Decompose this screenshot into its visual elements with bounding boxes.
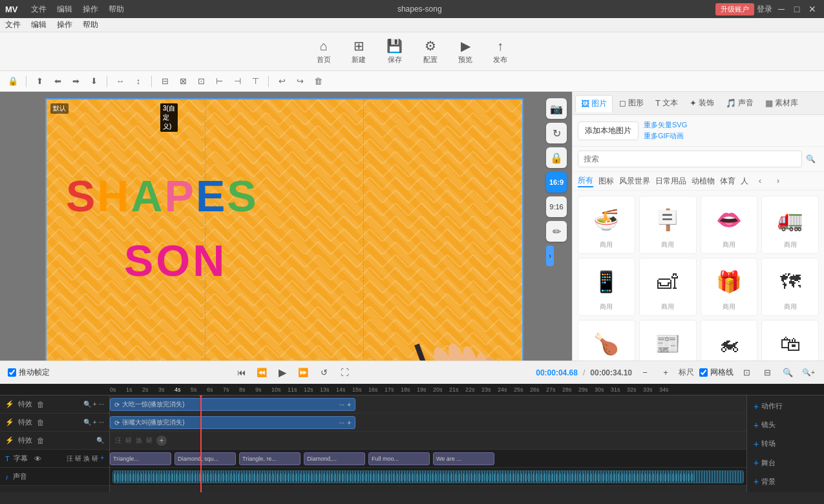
effect-3-delete[interactable]: 🗑 xyxy=(36,436,45,445)
zoom-actual-btn[interactable]: ⊟ xyxy=(759,365,775,381)
cat-nature[interactable]: 动植物 xyxy=(692,176,715,187)
lock-canvas-btn[interactable]: 🔒 xyxy=(546,147,567,168)
transport-step-back[interactable]: ⏪ xyxy=(254,365,269,381)
cat-people[interactable]: 人 xyxy=(741,176,748,187)
transport-skip-back[interactable]: ⏮ xyxy=(233,365,249,381)
subtitle-eye-btn[interactable]: 👁 xyxy=(34,455,41,463)
menu-edit[interactable]: 编辑 xyxy=(57,4,72,15)
effect-2-more[interactable]: ··· xyxy=(99,419,104,426)
group[interactable]: ⊡ xyxy=(193,74,209,89)
align-left[interactable]: ⬅ xyxy=(50,74,65,89)
effect-1-more[interactable]: ··· xyxy=(99,401,104,408)
toolbar-save[interactable]: 💾 保存 xyxy=(386,38,403,65)
transport-fullscreen[interactable]: ⛶ xyxy=(337,365,352,381)
tab-decor[interactable]: ✦ 装饰 xyxy=(684,95,719,111)
zoom-plus[interactable]: + xyxy=(658,365,673,381)
distribute-v[interactable]: ⊠ xyxy=(175,74,191,89)
cat-sports[interactable]: 体育 xyxy=(720,176,735,187)
sub-add-btn[interactable]: + xyxy=(100,454,104,463)
edit-canvas-btn[interactable]: ✏ xyxy=(546,221,567,242)
align-right-btn[interactable]: ➡ xyxy=(68,74,83,89)
clip-more-2[interactable]: ··· xyxy=(339,419,344,426)
tab-text[interactable]: T 文本 xyxy=(650,95,683,111)
playhead[interactable] xyxy=(200,395,202,492)
toolbar-new[interactable]: ⊞ 新建 xyxy=(352,38,366,65)
menu-item-file[interactable]: 文件 xyxy=(5,19,21,30)
frame-lock-checkbox[interactable] xyxy=(8,368,16,377)
cat-scenery[interactable]: 风景世界 xyxy=(619,176,650,187)
image-item-9[interactable]: 📰 商用 xyxy=(639,320,697,361)
cat-next[interactable]: › xyxy=(772,174,785,187)
sub-ctrl-2[interactable]: 研 xyxy=(75,454,81,463)
image-item-11[interactable]: 🛍 商用 xyxy=(761,320,819,361)
effect-2-add[interactable]: + xyxy=(93,419,97,426)
image-item-6[interactable]: 🎁 商用 xyxy=(701,258,758,316)
image-item-2[interactable]: 👄 商用 xyxy=(701,196,758,254)
sub-ctrl-1[interactable]: 汪 xyxy=(67,454,73,463)
tab-audio[interactable]: 🎵 声音 xyxy=(721,95,759,111)
crop[interactable]: ⊤ xyxy=(248,74,263,89)
add-stage-btn[interactable]: + 舞台 xyxy=(750,456,821,470)
subtitle-clip-2[interactable]: Triangle, re... xyxy=(239,452,301,465)
image-item-1[interactable]: 🪧 商用 xyxy=(639,196,697,254)
clip-effect-1[interactable]: ⟳ 大吃一惊(播放完消失) ··· + xyxy=(110,398,355,411)
image-item-0[interactable]: 🍜 商用 xyxy=(578,196,635,254)
close-button[interactable]: ✕ xyxy=(806,3,819,16)
maximize-button[interactable]: □ xyxy=(790,3,803,16)
toolbar-publish[interactable]: ↑ 发布 xyxy=(493,39,507,65)
image-item-7[interactable]: 🗺 商用 xyxy=(761,258,819,316)
svg-link[interactable]: 重多矢量SVG xyxy=(644,120,687,130)
clip-add-2[interactable]: + xyxy=(347,419,351,426)
clip-more-1[interactable]: ··· xyxy=(339,401,344,408)
transport-step-fwd[interactable]: ⏩ xyxy=(295,365,311,381)
upgrade-button[interactable]: 升级账户 xyxy=(715,3,754,16)
ungroup[interactable]: ⊢ xyxy=(211,74,227,89)
image-item-4[interactable]: 📱 商用 xyxy=(578,258,635,316)
menu-item-edit[interactable]: 编辑 xyxy=(31,19,47,30)
transport-play[interactable]: ▶ xyxy=(275,365,290,381)
grid-checkbox[interactable] xyxy=(699,368,708,377)
align-grid[interactable]: ⊣ xyxy=(229,74,245,89)
lock-btn[interactable]: 🔒 xyxy=(5,74,21,89)
zoom-fit-btn[interactable]: ⊡ xyxy=(739,365,754,381)
image-item-5[interactable]: 🛋 商用 xyxy=(639,258,697,316)
menu-item-help[interactable]: 帮助 xyxy=(83,19,98,30)
redo-btn[interactable]: ↪ xyxy=(292,74,308,89)
login-button[interactable]: 登录 xyxy=(757,4,772,15)
tab-image[interactable]: 🖼 图片 xyxy=(575,95,613,112)
flip-v[interactable]: ↕ xyxy=(131,74,146,89)
effect-1-delete[interactable]: 🗑 xyxy=(36,400,45,409)
image-item-8[interactable]: 🍗 商用 xyxy=(578,320,635,361)
sub-ctrl-c[interactable]: 涣 xyxy=(136,436,142,445)
effect-1-add[interactable]: + xyxy=(93,401,97,408)
add-action-btn[interactable]: + 动作行 xyxy=(750,399,821,414)
add-local-button[interactable]: 添加本地图片 xyxy=(578,121,639,140)
add-transition-btn[interactable]: + 转场 xyxy=(750,437,821,451)
clip-add-1[interactable]: + xyxy=(347,401,351,408)
search-input[interactable] xyxy=(578,151,802,167)
toolbar-preview[interactable]: ▶ 预览 xyxy=(458,38,472,65)
add-camera-btn[interactable]: + 镜头 xyxy=(750,418,821,432)
effect-2-search[interactable]: 🔍 xyxy=(83,419,91,426)
toolbar-config[interactable]: ⚙ 配置 xyxy=(423,38,438,65)
zoom-in-btn[interactable]: 🔍 xyxy=(780,365,796,381)
subtitle-clip-5[interactable]: We are ... xyxy=(433,452,494,465)
subtitle-clip-4[interactable]: Full moo... xyxy=(368,452,430,465)
ratio-9-16-btn[interactable]: 9:16 xyxy=(546,196,567,217)
undo-btn[interactable]: ↩ xyxy=(274,74,290,89)
menu-file[interactable]: 文件 xyxy=(31,4,47,15)
delete-btn[interactable]: 🗑 xyxy=(310,74,326,89)
subtitle-clip-1[interactable]: Diamond, squ... xyxy=(174,452,236,465)
image-item-3[interactable]: 🚛 商用 xyxy=(761,196,819,254)
align-down[interactable]: ⬇ xyxy=(86,74,101,89)
flip-h[interactable]: ↔ xyxy=(112,74,128,89)
rotate-btn[interactable]: ↻ xyxy=(546,123,567,143)
cat-all[interactable]: 所有 xyxy=(578,175,593,187)
subtitle-clip-3[interactable]: Diamond,... xyxy=(304,452,365,465)
toolbar-home[interactable]: ⌂ 首页 xyxy=(317,39,331,65)
cat-icon[interactable]: 图标 xyxy=(598,176,614,187)
ratio-16-9-btn[interactable]: 16:9 xyxy=(546,172,567,193)
subtitle-clip-0[interactable]: Triangle... xyxy=(110,452,171,465)
sub-ctrl-a[interactable]: 汪 xyxy=(115,436,121,445)
search-button[interactable]: 🔍 xyxy=(802,151,819,167)
